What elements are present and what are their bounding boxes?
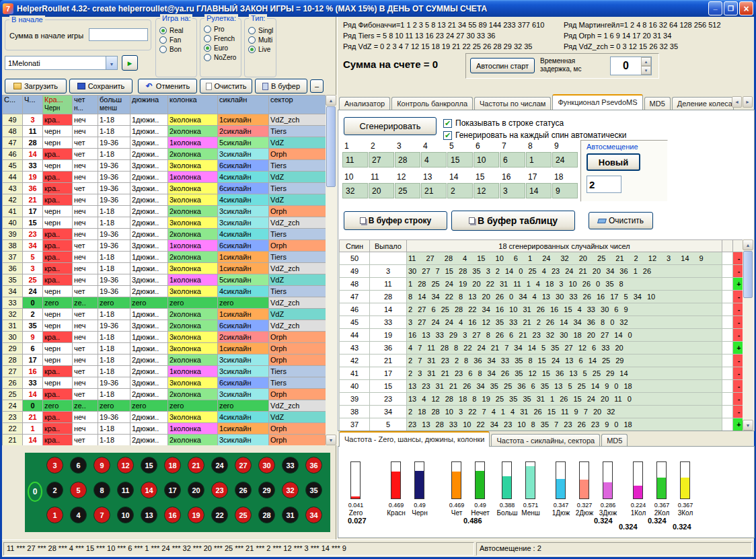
board-number-26[interactable]: 26 bbox=[235, 482, 252, 498]
board-number-11[interactable]: 11 bbox=[117, 482, 134, 498]
delay-spinner[interactable]: 0 ▲ ▼ bbox=[610, 57, 652, 75]
board-number-34[interactable]: 34 bbox=[305, 507, 322, 523]
gen-row[interactable]: 41172 3 31 21 23 6 8 34 26 35 12 15 36 1… bbox=[340, 367, 745, 380]
history-row[interactable]: 2716кра..чет1-182дюжи..1колонка3сиклайнT… bbox=[3, 366, 326, 377]
history-row[interactable]: 3424чернчет19-362дюжи..3колонка4сиклайнT… bbox=[3, 286, 326, 297]
copy-row-button[interactable]: В буфер строку bbox=[344, 211, 447, 230]
board-number-9[interactable]: 9 bbox=[93, 457, 110, 474]
tab-scroll-left-icon[interactable]: ◄ bbox=[732, 96, 742, 108]
tab-main-1[interactable]: Контроль банкролла bbox=[391, 97, 473, 110]
spinner-down-icon[interactable]: ▼ bbox=[641, 66, 651, 75]
board-number-20[interactable]: 20 bbox=[188, 482, 204, 498]
gen-row[interactable]: 392313 4 12 28 18 8 19 25 35 35 31 1 26 … bbox=[340, 393, 745, 406]
autospin-start-button[interactable]: Автоспин старт bbox=[470, 58, 535, 73]
history-row[interactable]: 4533черннеч19-363дюжи..3колонка6сиклайнT… bbox=[3, 160, 326, 172]
gen-row[interactable]: 38342 18 28 10 3 22 7 4 1 4 31 26 15 11 … bbox=[340, 406, 745, 418]
board-number-6[interactable]: 6 bbox=[70, 457, 87, 474]
history-row[interactable]: 493кра..неч1-181дюжи..3колонка1сиклайнVd… bbox=[3, 114, 326, 126]
tab-main-5[interactable]: Деление колеса на bbox=[672, 97, 734, 110]
autoshift-input[interactable] bbox=[587, 176, 621, 193]
board-number-28[interactable]: 28 bbox=[258, 507, 275, 523]
board-number-19[interactable]: 19 bbox=[188, 507, 204, 523]
history-row[interactable]: 4419кра..неч19-362дюжи..1колонка4сиклайн… bbox=[3, 172, 326, 183]
board-number-12[interactable]: 12 bbox=[117, 457, 134, 474]
history-row[interactable]: 2633черннеч19-363дюжи..3колонка6сиклайнT… bbox=[3, 377, 326, 389]
history-row[interactable]: 3923кра..неч19-362дюжи..2колонка4сиклайн… bbox=[3, 229, 326, 240]
history-scrollbar-thumb[interactable] bbox=[326, 106, 336, 187]
history-row[interactable]: 4728чернчет19-363дюжи..1колонка5сиклайнV… bbox=[3, 137, 326, 149]
board-number-15[interactable]: 15 bbox=[141, 457, 157, 474]
history-row[interactable]: 363кра..неч1-181дюжи..3колонка1сиклайнVd… bbox=[3, 263, 326, 274]
scroll-up-icon[interactable]: ▲ bbox=[743, 239, 753, 250]
copy-table-button[interactable]: В буфер таблицу bbox=[451, 211, 575, 231]
history-row[interactable]: 221кра..неч1-181дюжи..1колонка1сиклайнOr… bbox=[3, 423, 326, 435]
board-number-30[interactable]: 30 bbox=[258, 457, 275, 474]
gen-row[interactable]: 45333 27 24 24 4 16 12 35 33 21 2 26 14 … bbox=[340, 316, 745, 329]
tab-main-0[interactable]: Анализатор bbox=[339, 97, 390, 110]
scroll-down-icon[interactable]: ▼ bbox=[743, 420, 753, 431]
board-number-35[interactable]: 35 bbox=[305, 482, 322, 498]
board-number-3[interactable]: 3 bbox=[46, 457, 63, 474]
history-row[interactable]: 375кра..неч1-181дюжи..2колонка1сиклайнTi… bbox=[3, 252, 326, 263]
radio-game-bon[interactable]: Bon bbox=[159, 46, 194, 53]
history-row[interactable]: 4614кра..чет1-182дюжи..2колонка3сиклайнO… bbox=[3, 149, 326, 160]
history-row[interactable]: 2817черннеч1-182дюжи..2колонка3сиклайнOr… bbox=[3, 355, 326, 366]
history-row[interactable]: 240zeroze..zerozerozerozeroVdZ_zch bbox=[3, 400, 326, 412]
board-number-1[interactable]: 1 bbox=[46, 507, 63, 523]
history-row[interactable]: 3834кра..чет19-363дюжи..1колонка6сиклайн… bbox=[3, 240, 326, 252]
gen-row[interactable]: 49330 27 7 15 28 35 3 2 14 0 25 4 23 24 … bbox=[340, 265, 745, 278]
history-row[interactable]: 309кра..неч1-181дюжи..3колонка2сиклайнOr… bbox=[3, 332, 326, 343]
to-buffer-button[interactable]: В буфер bbox=[255, 79, 307, 94]
radio-type-live[interactable]: Live bbox=[248, 46, 274, 53]
checkbox-checked-icon[interactable] bbox=[443, 119, 452, 128]
collapse-button[interactable]: – bbox=[310, 79, 324, 93]
history-row[interactable]: 296чернчет1-181дюжи..3колонка1сиклайнOrp… bbox=[3, 343, 326, 355]
board-number-10[interactable]: 10 bbox=[117, 507, 134, 523]
history-row[interactable]: 2514кра..чет1-182дюжи..2колонка3сиклайнO… bbox=[3, 389, 326, 400]
start-sum-input[interactable] bbox=[89, 28, 148, 41]
board-number-27[interactable]: 27 bbox=[235, 457, 252, 474]
profile-select[interactable]: 1Melonati bbox=[5, 56, 118, 70]
gen-row[interactable]: 42212 7 31 23 2 8 36 34 33 35 8 15 24 13… bbox=[340, 355, 745, 367]
history-row[interactable]: 3135черннеч19-363дюжи..2колонка6сиклайнV… bbox=[3, 320, 326, 332]
gen-row[interactable]: 47288 14 34 22 8 13 20 26 0 34 4 13 30 3… bbox=[340, 291, 745, 303]
history-row[interactable]: 3525кра..неч19-363дюжи..1колонка5сиклайн… bbox=[3, 274, 326, 286]
dropdown-arrow-icon[interactable] bbox=[106, 57, 117, 69]
radio-game-fan[interactable]: Fan bbox=[159, 36, 194, 44]
board-number-18[interactable]: 18 bbox=[164, 457, 181, 474]
history-row[interactable]: 2321кра..неч19-362дюжи..3колонка4сиклайн… bbox=[3, 412, 326, 423]
checkbox-show-in-status[interactable]: Показывать в строке статуса bbox=[443, 118, 564, 128]
gen-row[interactable]: 37523 13 28 33 10 22 34 23 10 8 35 7 23 … bbox=[340, 418, 745, 431]
save-button[interactable]: Сохранить bbox=[69, 79, 133, 94]
gen-row[interactable]: 401513 23 31 21 26 34 35 25 36 6 35 13 5… bbox=[340, 380, 745, 393]
history-row[interactable]: 4811черннеч1-181дюжи..2колонка2сиклайнTi… bbox=[3, 126, 326, 137]
board-number-23[interactable]: 23 bbox=[211, 482, 228, 498]
radio-wheel-french[interactable]: French bbox=[204, 35, 239, 42]
board-number-21[interactable]: 21 bbox=[188, 457, 204, 474]
generated-table-scrollbar[interactable]: ▲ ▼ bbox=[743, 239, 753, 431]
tab-freq-2[interactable]: MD5 bbox=[601, 434, 628, 447]
history-row[interactable]: 4221кра..неч19-362дюжи..3колонка4сиклайн… bbox=[3, 194, 326, 206]
maximize-button[interactable] bbox=[724, 1, 738, 15]
board-number-31[interactable]: 31 bbox=[282, 507, 299, 523]
radio-type-multi[interactable]: Multi bbox=[248, 36, 274, 44]
radio-game-real[interactable]: Real bbox=[159, 27, 194, 34]
gen-row[interactable]: 48111 28 25 24 19 20 22 31 11 1 4 18 3 1… bbox=[340, 278, 745, 291]
scroll-down-icon[interactable]: ▼ bbox=[326, 435, 336, 445]
history-row[interactable]: 330zeroze..zerozerozerozeroVdZ_zch bbox=[3, 297, 326, 309]
minimize-button[interactable] bbox=[708, 1, 722, 15]
board-number-25[interactable]: 25 bbox=[235, 507, 252, 523]
radio-type-singl[interactable]: Singl bbox=[248, 27, 274, 34]
board-number-2[interactable]: 2 bbox=[46, 482, 63, 498]
radio-wheel-euro[interactable]: Euro bbox=[204, 44, 239, 52]
play-button[interactable] bbox=[122, 55, 138, 71]
tab-freq-0[interactable]: Частота - Zero, шансы, дюжины, колонки bbox=[339, 431, 490, 447]
history-row[interactable]: 4015черннеч1-182дюжи..3колонка3сиклайнVd… bbox=[3, 217, 326, 229]
gen-row[interactable]: 5011 27 28 4 15 10 6 1 24 32 20 25 21 2 … bbox=[340, 252, 745, 265]
clear-generated-button[interactable]: Очистить bbox=[589, 212, 653, 229]
board-number-24[interactable]: 24 bbox=[211, 457, 228, 474]
checkbox-generate-every-spin[interactable]: Генерировать на каждый спин автоматическ… bbox=[443, 131, 626, 140]
board-number-29[interactable]: 29 bbox=[258, 482, 275, 498]
board-number-36[interactable]: 36 bbox=[305, 457, 322, 474]
board-number-22[interactable]: 22 bbox=[211, 507, 228, 523]
